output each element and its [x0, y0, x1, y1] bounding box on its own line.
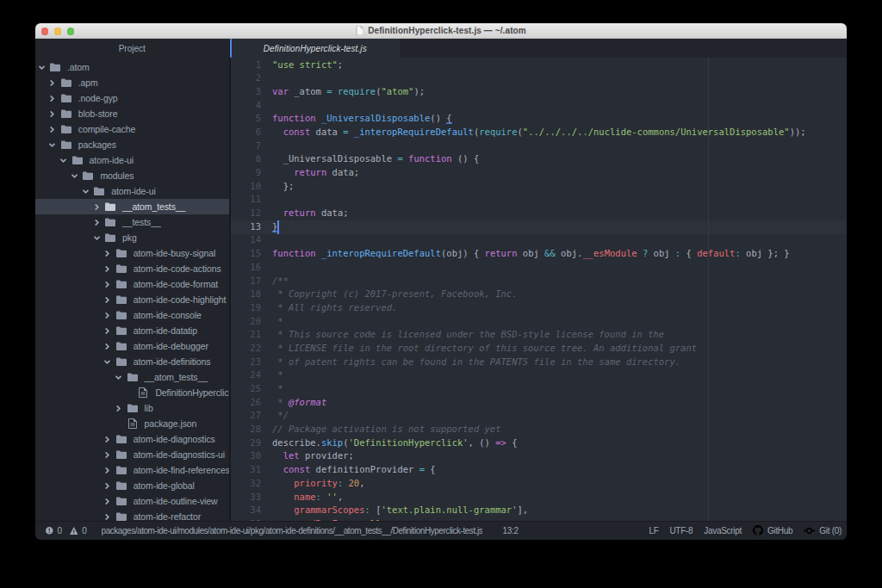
cursor-position[interactable]: 13:2 [502, 526, 518, 535]
code-line[interactable]: "use strict"; [272, 59, 847, 72]
git-status[interactable]: Git (0) [804, 526, 842, 535]
tree-directory[interactable]: atom-ide-ui [35, 183, 229, 199]
chevron-icon[interactable] [102, 498, 114, 504]
line-number[interactable]: 2 [231, 71, 262, 85]
code-line[interactable]: */ [272, 409, 847, 423]
tree-directory[interactable]: atom-ide-datatip [35, 323, 229, 338]
line-number[interactable]: 16 [231, 261, 262, 275]
tree-directory[interactable]: blob-store [35, 106, 229, 121]
line-number[interactable]: 13 [231, 220, 262, 234]
tree-directory[interactable]: atom-ide-find-references [35, 462, 229, 478]
line-number[interactable]: 10 [231, 180, 262, 194]
line-number[interactable]: 29 [231, 436, 262, 450]
chevron-icon[interactable] [90, 235, 102, 241]
line-number[interactable]: 21 [231, 328, 262, 342]
code-line[interactable]: function _interopRequireDefault(obj) { r… [272, 247, 847, 261]
line-number[interactable]: 28 [231, 423, 262, 436]
tree-directory[interactable]: atom-ide-diagnostics [35, 431, 229, 447]
line-number[interactable]: 18 [231, 288, 262, 301]
line-number[interactable]: 34 [231, 504, 262, 517]
chevron-icon[interactable] [102, 452, 114, 458]
code-line[interactable]: } [272, 220, 847, 234]
diagnostics-errors[interactable]: 0 [46, 526, 62, 535]
line-number[interactable]: 24 [231, 368, 262, 382]
chevron-icon[interactable] [102, 282, 114, 288]
tree-directory[interactable]: .apm [35, 75, 229, 90]
line-number[interactable]: 26 [231, 396, 262, 410]
code-line[interactable] [272, 71, 847, 85]
code-line[interactable]: wordRegExp: null, [272, 517, 847, 521]
tab-definitionhyperclick-test[interactable]: DefinitionHyperclick-test.js [231, 39, 401, 58]
code-line[interactable]: * [272, 382, 847, 396]
tree-directory[interactable]: atom-ide-refactor [35, 509, 229, 520]
tree-directory[interactable]: .atom [35, 59, 229, 75]
code-line[interactable]: name: '', [272, 491, 847, 504]
chevron-icon[interactable] [47, 80, 59, 86]
tree-directory[interactable]: atom-ide-code-format [35, 276, 229, 292]
tree-directory[interactable]: __tests__ [35, 214, 229, 230]
code-line[interactable]: * [272, 368, 847, 382]
code-line[interactable]: * This source code is licensed under the… [272, 328, 847, 342]
line-number[interactable]: 20 [231, 315, 262, 329]
line-number[interactable]: 17 [231, 275, 262, 288]
code-line[interactable] [272, 261, 847, 275]
tree-directory[interactable]: atom-ide-debugger [35, 338, 229, 354]
file-path[interactable]: packages/atom-ide-ui/modules/atom-ide-ui… [102, 526, 483, 535]
diagnostics-warnings[interactable]: 0 [70, 526, 87, 535]
chevron-icon[interactable] [102, 313, 114, 319]
line-number[interactable]: 4 [231, 99, 262, 113]
line-number[interactable]: 15 [231, 247, 262, 261]
chevron-icon[interactable] [102, 483, 114, 489]
line-number[interactable]: 14 [231, 233, 262, 247]
chevron-icon[interactable] [102, 467, 114, 473]
chevron-icon[interactable] [90, 220, 102, 226]
code-line[interactable]: const data = _interopRequireDefault(requ… [272, 126, 847, 139]
code-line[interactable]: var _atom = require("atom"); [272, 85, 847, 99]
chevron-icon[interactable] [47, 111, 59, 117]
chevron-icon[interactable] [79, 189, 91, 195]
github-status[interactable]: GitHub [753, 525, 792, 535]
chevron-icon[interactable] [35, 65, 47, 71]
tree-directory[interactable]: compile-cache [35, 121, 229, 137]
code-line[interactable]: * All rights reserved. [272, 301, 847, 315]
line-number[interactable]: 35 [231, 517, 262, 521]
code-line[interactable]: let provider; [272, 449, 847, 463]
line-number[interactable]: 33 [231, 491, 262, 504]
tree-directory[interactable]: atom-ide-ui [35, 152, 229, 168]
code-line[interactable]: grammarScopes: ['text.plain.null-grammar… [272, 504, 847, 517]
line-number[interactable]: 11 [231, 193, 262, 207]
code-line[interactable]: function _UniversalDisposable() { [272, 112, 847, 126]
code-line[interactable]: describe.skip('DefinitionHyperclick', ()… [272, 436, 847, 450]
code-line[interactable] [272, 139, 847, 153]
chevron-icon[interactable] [47, 142, 59, 148]
code-line[interactable]: return data; [272, 166, 847, 180]
code-line[interactable] [272, 233, 847, 247]
code-line[interactable]: * LICENSE file in the root directory of … [272, 342, 847, 356]
chevron-icon[interactable] [47, 127, 59, 133]
code-line[interactable]: /** [272, 275, 847, 288]
line-number[interactable]: 12 [231, 207, 262, 220]
chevron-icon[interactable] [58, 158, 70, 164]
chevron-icon[interactable] [102, 266, 114, 272]
chevron-icon[interactable] [102, 251, 114, 257]
code-line[interactable]: _UniversalDisposable = function () { [272, 152, 847, 166]
tree-directory[interactable]: lib [35, 400, 229, 416]
chevron-icon[interactable] [102, 328, 114, 334]
tree-directory[interactable]: __atom_tests__ [35, 369, 229, 385]
line-ending-selector[interactable]: LF [649, 526, 658, 535]
tree-directory[interactable]: .node-gyp [35, 90, 229, 106]
chevron-icon[interactable] [102, 436, 114, 443]
line-number[interactable]: 32 [231, 477, 262, 491]
tree-directory[interactable]: atom-ide-definitions [35, 354, 229, 369]
line-number[interactable]: 23 [231, 356, 262, 369]
chevron-icon[interactable] [113, 374, 125, 381]
tree-directory[interactable]: atom-ide-code-actions [35, 261, 229, 276]
tree-file[interactable]: DefinitionHyperclick-test.js [35, 385, 229, 400]
tree-directory[interactable]: modules [35, 168, 229, 183]
tree-directory[interactable]: pkg [35, 230, 229, 245]
code-line[interactable]: * @format [272, 396, 847, 410]
tree-directory[interactable]: atom-ide-outline-view [35, 493, 229, 509]
chevron-icon[interactable] [102, 297, 114, 303]
tree-file[interactable]: package.json [35, 416, 229, 431]
code-line[interactable]: * Copyright (c) 2017-present, Facebook, … [272, 288, 847, 301]
